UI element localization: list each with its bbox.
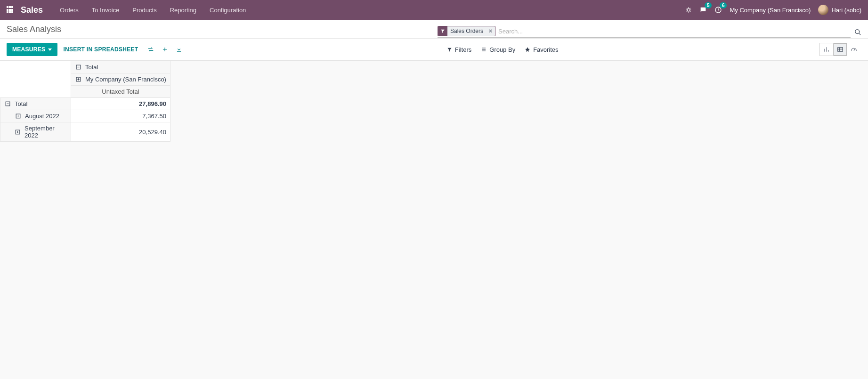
expand-all-icon[interactable] [158,43,172,56]
expand-icon[interactable] [15,113,21,119]
pivot-row: August 2022 7,367.50 [0,110,170,122]
favorites-label: Favorites [533,46,558,53]
collapse-icon[interactable] [4,101,11,107]
pivot-area: Total My Company (San Francisco) Untaxed… [0,61,868,142]
user-menu[interactable]: Hari (sobc) [818,5,861,15]
nav-links: Orders To Invoice Products Reporting Con… [53,0,252,20]
pivot-corner [0,61,71,98]
nav-right: 5 6 My Company (San Francisco) Hari (sob… [685,5,861,15]
search-bar[interactable]: Sales Orders × [438,25,851,38]
col-group-company[interactable]: My Company (San Francisco) [71,73,170,86]
toolbar: MEASURES INSERT IN SPREADSHEET Filters G… [0,39,868,61]
col-group-total[interactable]: Total [71,61,170,73]
measures-label: MEASURES [12,46,45,53]
view-switcher [819,42,861,56]
row-total-header[interactable]: Total [0,98,71,110]
graph-view-button[interactable] [819,43,834,56]
col-sub-label: My Company (San Francisco) [85,76,166,83]
company-switcher[interactable]: My Company (San Francisco) [730,7,811,14]
col-group-label: Total [85,64,98,71]
pivot-row-total: Total 27,896.90 [0,98,170,110]
row-label: September 2022 [24,125,67,139]
svg-point-0 [688,8,690,11]
pivot-row: September 2022 20,529.40 [0,122,170,142]
search-facet: Sales Orders × [438,26,495,36]
star-icon [525,47,530,52]
debug-icon[interactable] [685,7,692,13]
nav-link-products[interactable]: Products [126,0,163,20]
svg-point-2 [855,30,860,34]
pivot-view-button[interactable] [833,43,847,56]
row-label: August 2022 [25,113,59,120]
avatar [818,5,828,15]
table-icon [837,46,844,53]
breadcrumb: Sales Analysis [7,24,61,38]
list-icon [481,47,487,52]
row-header-august[interactable]: August 2022 [0,110,71,122]
search-icon[interactable] [854,29,861,38]
bar-chart-icon [823,46,830,53]
gauge-icon [850,46,858,53]
download-icon[interactable] [172,43,186,56]
main-navbar: Sales Orders To Invoice Products Reporti… [0,0,868,20]
caret-down-icon [48,48,52,51]
facet-remove[interactable]: × [486,28,495,34]
funnel-icon [438,26,447,36]
nav-link-to-invoice[interactable]: To Invoice [85,0,126,20]
expand-icon[interactable] [15,129,21,135]
nav-link-orders[interactable]: Orders [53,0,85,20]
groupby-label: Group By [489,46,515,53]
module-brand[interactable]: Sales [21,5,43,15]
flip-axis-icon[interactable] [144,43,158,56]
nav-link-configuration[interactable]: Configuration [203,0,252,20]
dashboard-view-button[interactable] [847,43,861,56]
row-total-label: Total [15,100,27,107]
measures-button[interactable]: MEASURES [7,43,57,56]
search-input[interactable] [495,27,851,36]
messages-icon[interactable]: 5 [699,6,707,14]
row-value: 20,529.40 [71,122,170,142]
insert-spreadsheet-button[interactable]: INSERT IN SPREADSHEET [57,43,144,56]
activities-icon[interactable]: 6 [714,6,722,14]
row-header-september[interactable]: September 2022 [0,122,71,142]
messages-badge: 5 [705,2,712,8]
funnel-icon [447,47,452,52]
control-panel-top: Sales Analysis Sales Orders × [0,20,868,39]
measure-header[interactable]: Untaxed Total [71,86,170,98]
nav-link-reporting[interactable]: Reporting [163,0,203,20]
facet-label: Sales Orders [447,28,486,34]
expand-icon[interactable] [75,76,81,82]
collapse-icon[interactable] [75,64,81,70]
pivot-table: Total My Company (San Francisco) Untaxed… [0,61,170,142]
favorites-menu[interactable]: Favorites [520,43,563,56]
apps-icon[interactable] [7,6,14,14]
user-name: Hari (sobc) [831,7,861,14]
row-value: 7,367.50 [71,110,170,122]
filters-menu[interactable]: Filters [442,43,476,56]
groupby-menu[interactable]: Group By [476,43,520,56]
row-total-value: 27,896.90 [71,98,170,110]
activities-badge: 6 [720,2,727,8]
filters-label: Filters [455,46,471,53]
